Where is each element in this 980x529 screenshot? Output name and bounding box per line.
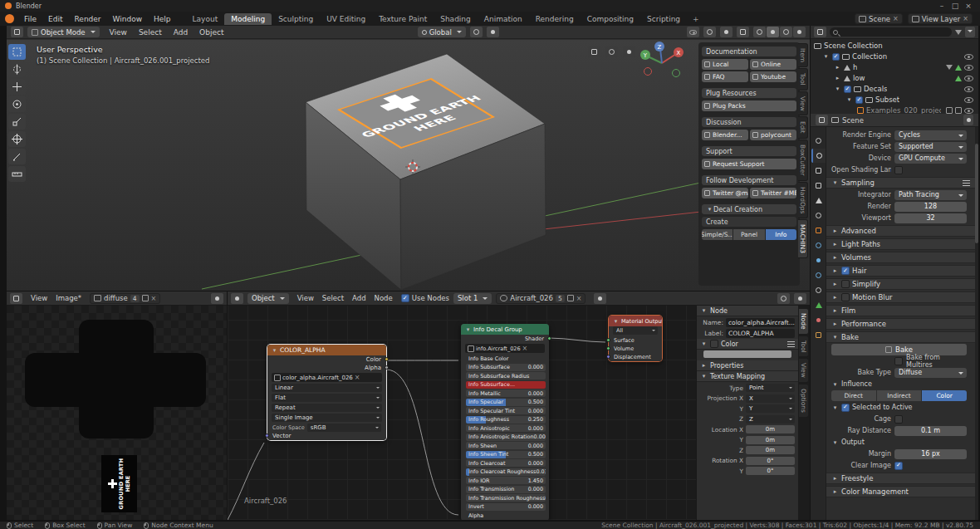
create-subheader[interactable]: Create xyxy=(702,217,796,227)
collapse-icon[interactable]: ▾ xyxy=(834,86,841,92)
projection-dropdown[interactable]: Flat xyxy=(272,394,382,402)
expand-icon[interactable]: ▸ xyxy=(834,64,841,71)
properties-scrollbar[interactable] xyxy=(975,127,978,520)
collection-checkbox[interactable]: ✓ xyxy=(832,53,840,61)
show-overlays-icon[interactable] xyxy=(720,27,733,37)
fake-user-shield-icon[interactable] xyxy=(142,295,149,301)
workspace-tab[interactable]: UV Editing xyxy=(320,13,372,25)
outliner-row-h[interactable]: ▸ h xyxy=(814,62,978,72)
node-input-row[interactable]: Info Clearcoat Roughness0.030 xyxy=(466,468,546,476)
discussion-header[interactable]: Discussion xyxy=(702,117,796,127)
tab-view-layer[interactable] xyxy=(811,179,826,193)
ray-distance-field[interactable]: 0.1 m xyxy=(894,426,967,436)
input-socket-volume[interactable]: Volume xyxy=(609,345,662,353)
xray-toggle-icon[interactable] xyxy=(737,27,749,37)
color-checkbox[interactable] xyxy=(710,340,718,348)
workspace-tab[interactable]: Layout xyxy=(186,13,225,25)
outliner-row-scene-collection[interactable]: Scene Collection xyxy=(814,41,978,51)
show-gizmo-icon[interactable] xyxy=(703,27,716,37)
menubar-menu[interactable]: Window xyxy=(107,13,149,25)
collapse-icon[interactable]: ▾ xyxy=(845,96,853,103)
viewport-menu[interactable]: Add xyxy=(168,27,194,38)
image-editor-menu[interactable]: View xyxy=(27,293,51,303)
viewport-menu[interactable]: View xyxy=(104,27,133,38)
online-docs-button[interactable]: Online xyxy=(750,59,796,70)
target-dropdown[interactable]: All xyxy=(613,326,658,335)
browse-image-icon[interactable] xyxy=(94,295,101,301)
collapse-icon[interactable]: ▾ xyxy=(612,318,620,325)
fake-user-shield-icon[interactable] xyxy=(567,295,574,301)
tab-panel[interactable]: Panel xyxy=(733,229,764,240)
clear-image-checkbox[interactable]: ✓ xyxy=(894,462,903,470)
camera-view-icon[interactable] xyxy=(605,47,618,57)
output-subheader[interactable]: ▾Output xyxy=(826,437,975,448)
gizmo-negative-y[interactable] xyxy=(673,70,680,77)
workspace-tab[interactable]: Shading xyxy=(434,13,478,25)
unlink-icon[interactable]: × xyxy=(355,374,360,381)
polycount-button[interactable]: polycount xyxy=(750,130,796,140)
menubar-menu[interactable]: Edit xyxy=(42,13,68,25)
node-input-row[interactable]: Info Transmission Roughness0.000 xyxy=(466,494,546,502)
sidebar-tab[interactable]: Item xyxy=(798,43,808,67)
shader-editor-menu[interactable]: Select xyxy=(318,293,348,303)
menubar-menu[interactable]: File xyxy=(18,13,42,25)
use-nodes-toggle[interactable]: ✓ Use Nodes xyxy=(401,294,449,302)
workspace-tab[interactable]: Texture Paint xyxy=(372,13,434,25)
mapping-value-widget[interactable]: Z xyxy=(746,415,795,424)
mapping-value-widget[interactable]: 0m xyxy=(746,425,795,433)
transform-orientation-dropdown[interactable]: Global xyxy=(418,27,466,37)
node-input-row[interactable]: Info Subsurface... xyxy=(466,381,546,389)
twitter-hashtag-button[interactable]: Twitter #ME... xyxy=(750,188,796,198)
color-space-dropdown[interactable]: sRGB xyxy=(307,424,381,432)
node-label-field[interactable]: COLOR_ALPHA xyxy=(726,329,795,338)
feature-set-dropdown[interactable]: Supported xyxy=(894,142,967,152)
mapping-value-widget[interactable]: Y xyxy=(746,404,795,413)
hide-eye-icon[interactable] xyxy=(964,86,973,92)
viewport-menu[interactable]: Object xyxy=(194,27,229,38)
tab-render[interactable] xyxy=(811,149,826,163)
section-film[interactable]: ▸Film xyxy=(826,305,975,316)
sidebar-tab[interactable]: Tool xyxy=(798,68,808,91)
device-dropdown[interactable]: GPU Compute xyxy=(894,154,967,164)
sidebar-tab[interactable]: View xyxy=(799,358,809,383)
tab-object-data[interactable] xyxy=(811,298,826,312)
use-nodes-checkbox[interactable]: ✓ xyxy=(401,294,409,302)
sidebar-tab[interactable]: Tool xyxy=(799,336,809,358)
sidebar-tab[interactable]: HardOps xyxy=(798,182,808,219)
scale-tool[interactable] xyxy=(8,114,26,130)
collection-checkbox[interactable]: ✓ xyxy=(855,96,863,104)
tab-world[interactable] xyxy=(811,208,826,223)
annotate-tool[interactable] xyxy=(8,149,26,164)
workspace-tab[interactable]: Rendering xyxy=(529,13,581,25)
material-datablock-selector[interactable]: Aircraft_026 5 × xyxy=(496,293,586,304)
viewport-samples-field[interactable]: 32 xyxy=(894,213,967,223)
color-panel-header[interactable]: ▾ Color xyxy=(697,339,798,350)
viewport-menu[interactable]: Select xyxy=(133,27,168,38)
workspace-tab[interactable]: Modeling xyxy=(224,13,272,25)
node-info-decal-group[interactable]: ▾ Info Decal Group Shader info.Aircraft_… xyxy=(461,324,549,520)
orthographic-grid-icon[interactable] xyxy=(588,47,600,57)
bake-from-multires-checkbox[interactable] xyxy=(894,357,903,365)
sidebar-tab[interactable]: BoxCutter xyxy=(798,140,808,181)
node-input-row[interactable]: Info Sheen0.000 xyxy=(466,442,546,449)
editor-type-image-icon[interactable] xyxy=(10,293,22,304)
outliner-search-input[interactable] xyxy=(830,27,952,37)
rotate-tool[interactable] xyxy=(8,96,26,112)
maximize-button[interactable]: □ xyxy=(948,2,962,10)
unlink-material-icon[interactable]: × xyxy=(576,295,582,302)
overlays-icon[interactable] xyxy=(794,293,806,304)
render-engine-dropdown[interactable]: Cycles xyxy=(894,130,967,140)
tab-particles[interactable] xyxy=(811,253,826,267)
shader-editor-canvas[interactable]: ▾ COLOR_ALPHA Color Alpha color_alpha.Ai… xyxy=(228,306,696,520)
blenderartists-button[interactable]: Blender... xyxy=(702,130,748,140)
display-options-icon[interactable] xyxy=(965,27,975,37)
node-input-row[interactable]: Info Anisotropic0.000 xyxy=(466,424,546,432)
node-input-row[interactable]: Info Subsurface0.000 xyxy=(466,364,546,371)
decal-creation-header[interactable]: ▾ Decal Creation xyxy=(702,204,796,214)
node-input-row[interactable]: Info Specular0.500 xyxy=(466,399,546,406)
tab-material[interactable] xyxy=(811,313,826,327)
integrator-dropdown[interactable]: Path Tracing xyxy=(894,190,967,200)
mapping-value-widget[interactable]: 0° xyxy=(746,457,795,465)
move-tool[interactable] xyxy=(8,79,26,95)
cursor-tool[interactable] xyxy=(8,61,26,77)
